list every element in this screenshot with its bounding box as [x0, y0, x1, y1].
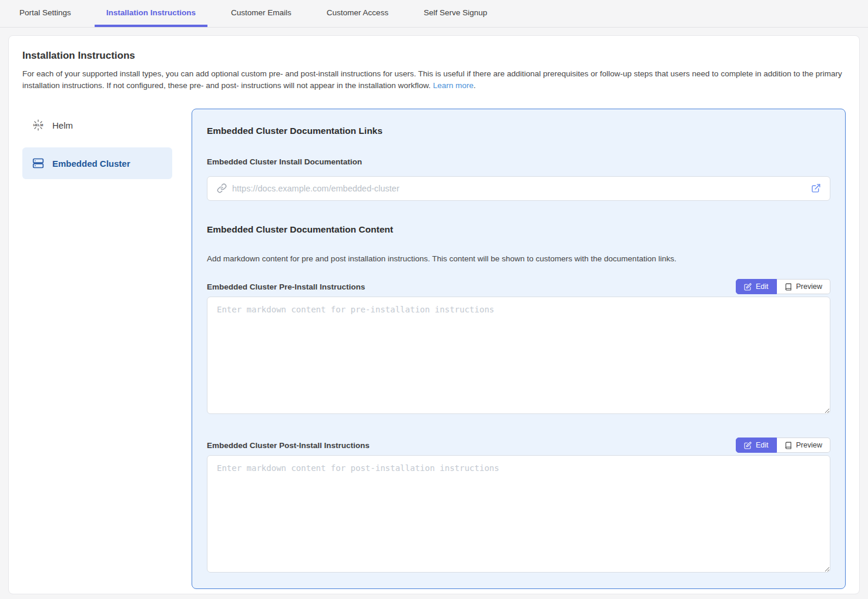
- sidebar-item-label: Helm: [52, 120, 73, 130]
- tab-installation-instructions[interactable]: Installation Instructions: [95, 0, 207, 27]
- post-install-textarea[interactable]: [207, 455, 830, 573]
- server-stack-icon: [32, 157, 45, 170]
- post-install-edit-button[interactable]: Edit: [736, 438, 777, 453]
- preview-button-label: Preview: [796, 441, 822, 449]
- content-section-heading: Embedded Cluster Documentation Content: [207, 224, 830, 235]
- links-section-heading: Embedded Cluster Documentation Links: [207, 126, 830, 136]
- external-link-icon[interactable]: [811, 183, 821, 193]
- preview-button-label: Preview: [796, 282, 822, 291]
- page-description-period: .: [474, 81, 476, 90]
- svg-text:HELM: HELM: [33, 123, 43, 127]
- post-install-mode-toggle: Edit Preview: [736, 438, 830, 453]
- pre-install-label: Embedded Cluster Pre-Install Instruction…: [207, 282, 365, 291]
- sidebar-item-helm[interactable]: HELM Helm: [22, 111, 172, 139]
- tab-customer-emails[interactable]: Customer Emails: [219, 0, 303, 27]
- embedded-cluster-panel: Embedded Cluster Documentation Links Emb…: [192, 109, 846, 589]
- main-card: Installation Instructions For each of yo…: [8, 35, 860, 594]
- sidebar-item-label: Embedded Cluster: [52, 159, 130, 169]
- content-row: HELM Helm Embedded Cluster E: [22, 109, 846, 589]
- pre-install-preview-button[interactable]: Preview: [777, 279, 830, 294]
- install-type-sidebar: HELM Helm Embedded Cluster: [22, 109, 172, 187]
- pre-install-header: Embedded Cluster Pre-Install Instruction…: [207, 278, 830, 295]
- page-description-text: For each of your supported install types…: [22, 69, 842, 90]
- tab-customer-access[interactable]: Customer Access: [315, 0, 400, 27]
- helm-logo-icon: HELM: [32, 119, 45, 132]
- install-doc-url-input[interactable]: [207, 176, 830, 201]
- edit-icon: [744, 283, 752, 291]
- pre-install-textarea[interactable]: [207, 297, 830, 414]
- post-install-preview-button[interactable]: Preview: [777, 438, 830, 453]
- tab-portal-settings[interactable]: Portal Settings: [8, 0, 83, 27]
- edit-icon: [744, 442, 752, 449]
- edit-button-label: Edit: [756, 441, 769, 449]
- content-section-description: Add markdown content for pre and post in…: [207, 254, 830, 263]
- pre-install-mode-toggle: Edit Preview: [736, 279, 830, 294]
- book-icon: [785, 442, 792, 449]
- edit-button-label: Edit: [756, 282, 769, 291]
- post-install-header: Embedded Cluster Post-Install Instructio…: [207, 437, 830, 453]
- sidebar-item-embedded-cluster[interactable]: Embedded Cluster: [22, 147, 172, 179]
- tab-bar: Portal Settings Installation Instruction…: [0, 0, 868, 28]
- post-install-label: Embedded Cluster Post-Install Instructio…: [207, 441, 370, 450]
- page-description: For each of your supported install types…: [22, 68, 846, 92]
- install-doc-label: Embedded Cluster Install Documentation: [207, 157, 830, 166]
- book-icon: [785, 283, 792, 291]
- pre-install-edit-button[interactable]: Edit: [736, 279, 777, 294]
- install-doc-url-field: [207, 176, 830, 201]
- learn-more-link[interactable]: Learn more: [433, 81, 474, 90]
- page-title: Installation Instructions: [22, 50, 846, 62]
- tab-self-serve-signup[interactable]: Self Serve Signup: [412, 0, 499, 27]
